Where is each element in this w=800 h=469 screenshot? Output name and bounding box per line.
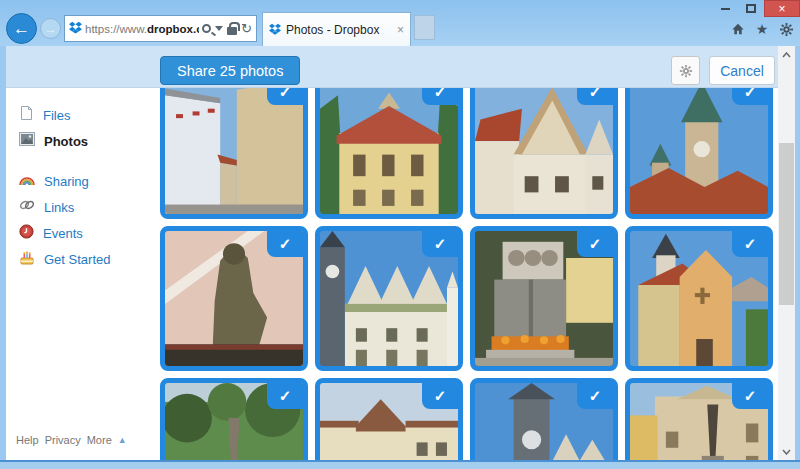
window-frame-right bbox=[795, 46, 800, 460]
sidebar-item-sharing[interactable]: Sharing bbox=[6, 168, 158, 194]
sidebar-item-label: Events bbox=[43, 226, 83, 241]
back-button[interactable]: ← bbox=[6, 13, 37, 44]
tab-title: Photos - Dropbox bbox=[286, 23, 392, 37]
address-bar[interactable]: https://www.dropbox.com/p ↻ bbox=[64, 15, 257, 42]
refresh-icon[interactable]: ↻ bbox=[241, 22, 252, 35]
selected-checkmark-badge[interactable]: ✓ bbox=[732, 231, 768, 257]
selected-checkmark-badge[interactable]: ✓ bbox=[422, 231, 458, 257]
photo-square-statue[interactable]: ✓ bbox=[625, 378, 773, 460]
dropbox-favicon-icon bbox=[269, 21, 281, 39]
file-icon bbox=[19, 105, 34, 125]
selected-checkmark-badge[interactable]: ✓ bbox=[267, 231, 303, 257]
more-link[interactable]: More bbox=[87, 434, 112, 446]
browser-window: × ← → https://www.dropbox.com/p bbox=[0, 0, 800, 469]
scroll-down-icon[interactable] bbox=[778, 443, 795, 460]
navigation-bar: ← → https://www.dropbox.com/p bbox=[0, 12, 800, 46]
share-photos-button[interactable]: Share 25 photos bbox=[160, 56, 300, 85]
favorites-star-icon[interactable]: ★ bbox=[754, 21, 770, 37]
url-text: https://www.dropbox.com/p bbox=[85, 23, 199, 35]
photo-chapel[interactable]: ✓ bbox=[625, 226, 773, 371]
page-scrollbar[interactable] bbox=[778, 46, 795, 460]
photo-church-tower[interactable]: ✓ bbox=[625, 88, 773, 219]
photo-thumbnail bbox=[165, 88, 303, 214]
photo-gabled-house[interactable]: ✓ bbox=[470, 88, 618, 219]
dropbox-favicon-icon bbox=[69, 20, 82, 38]
options-gear-button[interactable] bbox=[671, 56, 700, 85]
settings-gear-icon[interactable] bbox=[778, 21, 794, 37]
photo-street-lane[interactable]: ✓ bbox=[160, 88, 308, 219]
rainbow-icon bbox=[19, 172, 35, 190]
window-frame-bottom bbox=[0, 460, 800, 469]
photo-park-statue[interactable]: ✓ bbox=[160, 378, 308, 460]
cake-icon bbox=[19, 250, 35, 269]
events-icon bbox=[19, 224, 34, 243]
selected-checkmark-badge[interactable]: ✓ bbox=[422, 88, 458, 105]
photo-tower-and-gables[interactable]: ✓ bbox=[470, 378, 618, 460]
browser-chrome: × ← → https://www.dropbox.com/p bbox=[0, 0, 800, 46]
photo-row-1: ✓✓✓✓ bbox=[160, 88, 774, 219]
sidebar-footer: Help Privacy More ▲ bbox=[16, 434, 127, 446]
selected-checkmark-badge[interactable]: ✓ bbox=[577, 88, 613, 105]
search-icon[interactable] bbox=[202, 24, 211, 33]
photo-statue-closeup[interactable]: ✓ bbox=[160, 226, 308, 371]
new-tab-button[interactable] bbox=[414, 15, 435, 40]
sidebar-item-label: Photos bbox=[44, 134, 88, 149]
help-link[interactable]: Help bbox=[16, 434, 39, 446]
sidebar-item-photos[interactable]: Photos bbox=[6, 128, 158, 154]
photo-thumbnail bbox=[320, 88, 458, 214]
collapse-arrow-icon[interactable]: ▲ bbox=[118, 435, 127, 445]
selected-checkmark-badge[interactable]: ✓ bbox=[422, 383, 458, 409]
tab-photos-dropbox[interactable]: Photos - Dropbox × bbox=[262, 12, 411, 46]
photo-grid: ✓✓✓✓✓✓✓✓✓✓✓✓ bbox=[160, 88, 774, 460]
sidebar-item-files[interactable]: Files bbox=[6, 102, 158, 128]
sidebar-nav: FilesPhotosSharingLinksEventsGet Started bbox=[6, 102, 158, 272]
photo-yellow-school[interactable]: ✓ bbox=[315, 88, 463, 219]
selected-checkmark-badge[interactable]: ✓ bbox=[732, 383, 768, 409]
scrollbar-thumb[interactable] bbox=[779, 143, 794, 305]
selected-checkmark-badge[interactable]: ✓ bbox=[577, 231, 613, 257]
lock-icon bbox=[227, 27, 237, 35]
sidebar-item-label: Links bbox=[44, 200, 74, 215]
selected-checkmark-badge[interactable]: ✓ bbox=[267, 383, 303, 409]
photo-row-2: ✓✓✓✓ bbox=[160, 226, 774, 371]
photo-train-station[interactable]: ✓ bbox=[315, 378, 463, 460]
home-icon[interactable] bbox=[730, 21, 746, 37]
links-icon bbox=[19, 198, 35, 216]
sidebar-item-links[interactable]: Links bbox=[6, 194, 158, 220]
cancel-button[interactable]: Cancel bbox=[709, 56, 775, 85]
selected-checkmark-badge[interactable]: ✓ bbox=[577, 383, 613, 409]
photo-thumbnail bbox=[630, 88, 768, 214]
sidebar-item-label: Files bbox=[43, 108, 70, 123]
chevron-down-icon[interactable] bbox=[215, 26, 223, 31]
selected-checkmark-badge[interactable]: ✓ bbox=[732, 88, 768, 105]
sidebar-item-label: Sharing bbox=[44, 174, 89, 189]
forward-button[interactable]: → bbox=[40, 18, 61, 39]
privacy-link[interactable]: Privacy bbox=[45, 434, 81, 446]
share-toolbar: Share 25 photos Cancel bbox=[6, 46, 778, 88]
selected-checkmark-badge[interactable]: ✓ bbox=[267, 88, 303, 105]
photo-war-memorial[interactable]: ✓ bbox=[470, 226, 618, 371]
photo-thumbnail bbox=[475, 88, 613, 214]
tab-close-icon[interactable]: × bbox=[397, 23, 404, 37]
scroll-up-icon[interactable] bbox=[778, 46, 795, 63]
sidebar-item-events[interactable]: Events bbox=[6, 220, 158, 246]
sidebar-item-label: Get Started bbox=[44, 252, 110, 267]
photo-row-3: ✓✓✓✓ bbox=[160, 378, 774, 460]
sidebar-item-get-started[interactable]: Get Started bbox=[6, 246, 158, 272]
sidebar: FilesPhotosSharingLinksEventsGet Started… bbox=[6, 88, 158, 460]
photo-townhall-gables[interactable]: ✓ bbox=[315, 226, 463, 371]
photos-icon bbox=[19, 132, 35, 150]
